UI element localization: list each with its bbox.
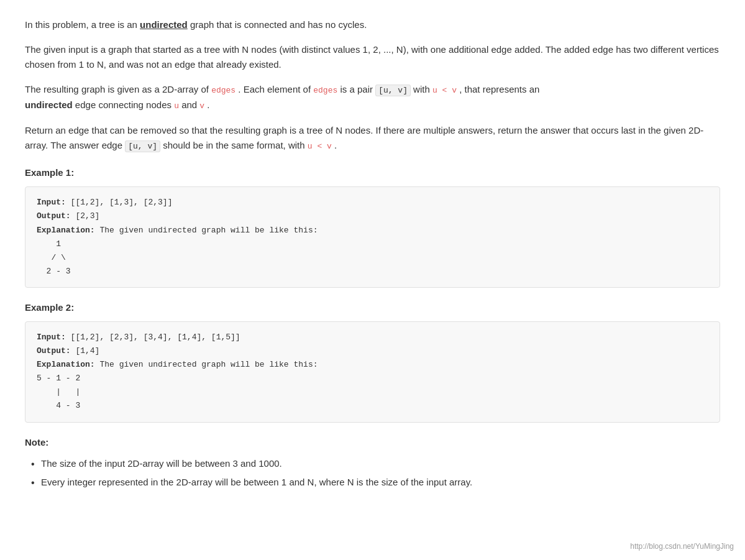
example2-output-label: Output: [37,346,71,356]
intro-p3-code5: u [174,101,179,111]
example2-explanation-line: Explanation: The given undirected graph … [37,358,708,372]
example2-explanation-label: Explanation: [37,360,95,369]
intro-p3-text2: . Each element of [235,84,313,94]
intro-p3-code1: edges [211,86,235,95]
intro-p3: The resulting graph is given as a 2D-arr… [25,82,720,113]
example2-section: Example 2: Input: [[1,2], [2,3], [3,4], … [25,300,720,423]
intro-p1-bold: undirected [140,19,188,30]
intro-p1-text2: graph that is connected and has no cycle… [188,19,367,30]
example1-code-block: Input: [[1,2], [1,3], [2,3]] Output: [2,… [25,186,720,288]
intro-p3-code2: edges [313,86,337,95]
intro-p3-and: and [179,99,199,110]
intro-p3-code4: u < v [432,86,457,95]
example2-input-line: Input: [[1,2], [2,3], [3,4], [1,4], [1,5… [37,331,708,344]
example1-explanation-line: Explanation: The given undirected graph … [37,224,708,237]
example1-explanation-value: The given undirected graph will be like … [95,226,318,235]
intro-p3-text4: with [411,84,432,94]
note-bullet2: Every integer represented in the 2D-arra… [31,475,720,490]
intro-p3-text6: edge connecting nodes [73,99,174,110]
example1-output-line: Output: [2,3] [37,209,708,223]
intro-p3-text5: , that represents an [457,84,539,94]
intro-p4-code1: [u, v] [125,140,160,152]
intro-p1-text1: In this problem, a tree is an [25,19,140,30]
example1-section: Example 1: Input: [[1,2], [1,3], [2,3]] … [25,165,720,288]
intro-p3-code6: v [199,101,204,111]
example1-title: Example 1: [25,165,720,180]
watermark: http://blog.csdn.net/YuMingJing [630,541,734,553]
intro-p1: In this problem, a tree is an undirected… [25,17,720,32]
example2-code-block: Input: [[1,2], [2,3], [3,4], [1,4], [1,5… [25,321,720,423]
intro-p2: The given input is a graph that started … [25,42,720,72]
intro-p3-dot: . [204,99,209,110]
example1-input-line: Input: [[1,2], [1,3], [2,3]] [37,196,708,209]
example2-output-value: [1,4] [71,346,100,356]
intro-p3-code3: [u, v] [375,85,411,96]
example2-graph: 5 - 1 - 2 | | 4 - 3 [37,372,708,413]
example1-graph: 1 / \ 2 - 3 [37,237,708,278]
example1-input-label: Input: [37,198,66,207]
note-bullet1: The size of the input 2D-array will be b… [31,456,720,471]
intro-p4-code2: u < v [308,142,332,151]
intro-p3-text1: The resulting graph is given as a 2D-arr… [25,84,211,94]
example2-explanation-value: The given undirected graph will be like … [95,360,318,369]
example1-explanation-label: Explanation: [37,226,95,235]
example1-input-value: [[1,2], [1,3], [2,3]] [66,198,173,207]
intro-p4: Return an edge that can be removed so th… [25,123,720,154]
example1-output-label: Output: [37,211,71,221]
example2-title: Example 2: [25,300,720,315]
example2-input-label: Input: [37,333,66,342]
intro-p4-text2: should be in the same format, with [160,140,308,150]
intro-p3-text3: is a pair [337,84,375,94]
note-bullets: The size of the input 2D-array will be b… [25,456,720,490]
note-section: Note: The size of the input 2D-array wil… [25,435,720,490]
example1-output-value: [2,3] [71,211,100,221]
intro-p4-text3: . [332,140,337,150]
intro-p3-bold: undirected [25,99,73,110]
example2-output-line: Output: [1,4] [37,344,708,358]
page-container: In this problem, a tree is an undirected… [0,0,745,560]
note-title: Note: [25,435,720,450]
example2-input-value: [[1,2], [2,3], [3,4], [1,4], [1,5]] [66,333,240,342]
